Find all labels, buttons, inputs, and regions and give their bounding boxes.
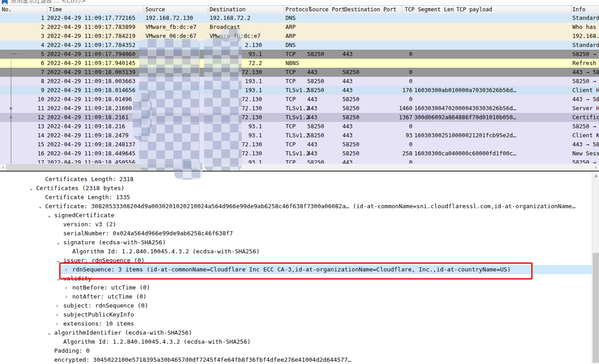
cell-info: Standard bbox=[572, 14, 599, 23]
detail-tree-item[interactable]: ›notBefore: utcTime (0) bbox=[0, 283, 592, 292]
collapse-arrow-icon[interactable]: › bbox=[65, 292, 67, 301]
detail-tree-item[interactable]: ⌄algorithmIdentifier (ecdsa-with-SHA256) bbox=[0, 328, 592, 337]
packet-row[interactable]: 52022-04-29 11:09:17.79406093.1TCP582504… bbox=[0, 50, 599, 59]
packet-row[interactable]: 42022-04-29 11:09:17.7843522.130DNSStand… bbox=[0, 41, 599, 50]
filter-bookmark-icon[interactable] bbox=[2, 0, 8, 5]
column-separator[interactable] bbox=[47, 6, 47, 14]
column-header-tcp-segment-len[interactable]: TCP Segment Len bbox=[405, 6, 454, 13]
cell-tcp-segment-len: 0 bbox=[382, 77, 412, 86]
cell-no: 6 bbox=[18, 59, 44, 68]
packet-row[interactable]: 62022-04-29 11:09:17.94014572.2NBNSRefre… bbox=[0, 59, 599, 68]
collapse-arrow-icon[interactable]: › bbox=[56, 310, 58, 319]
detail-tree-item[interactable]: serialNumber: 0x024a564d966e99de9ab6258c… bbox=[0, 229, 592, 238]
packet-row[interactable]: 122022-04-29 11:09:18.216172.130TLSv1.24… bbox=[0, 113, 599, 122]
collapse-arrow-icon[interactable]: › bbox=[65, 283, 67, 292]
packet-row[interactable]: 112022-04-29 11:09:18.2160072.130TLSv1.2… bbox=[0, 104, 599, 113]
detail-tree-item[interactable]: version: v3 (2) bbox=[0, 220, 592, 229]
packet-list-header: No.TimeSourceDestinationProtocolSource P… bbox=[0, 6, 599, 14]
column-header-time[interactable]: Time bbox=[49, 6, 62, 13]
display-filter-bar[interactable]: 应用显示过滤器 … <Ctrl-/> bbox=[0, 0, 599, 6]
display-filter-input[interactable]: 应用显示过滤器 … <Ctrl-/> bbox=[11, 0, 86, 5]
cell-time: 2022-04-29 11:09:17.940145 bbox=[47, 59, 136, 68]
column-separator[interactable] bbox=[284, 6, 284, 14]
column-header-destination-port[interactable]: Destination Port bbox=[344, 6, 397, 13]
expand-arrow-icon[interactable]: ⌄ bbox=[29, 184, 33, 193]
cell-info: 443 → 58 bbox=[572, 68, 599, 77]
detail-tree-item[interactable]: ⌄Certificate: 30820533308204d9a003020102… bbox=[0, 202, 592, 211]
detail-tree-item[interactable]: ›subjectPublicKeyInfo bbox=[0, 310, 592, 319]
cell-source-port: 443 bbox=[307, 104, 318, 113]
detail-vscrollbar[interactable]: ∧ bbox=[592, 172, 599, 364]
cell-tcp-segment-len: 176 bbox=[382, 86, 412, 95]
cell-time: 2022-04-29 11:09:17.772165 bbox=[47, 14, 136, 23]
detail-tree-item[interactable]: ⌄Certificates (2318 bytes) bbox=[0, 184, 592, 193]
column-separator[interactable] bbox=[306, 6, 307, 14]
detail-tree-item[interactable]: Algorithm Id: 1.2.840.10045.4.3.2 (ecdsa… bbox=[0, 247, 592, 256]
pane-splitter-line[interactable] bbox=[0, 171, 599, 172]
column-separator[interactable] bbox=[208, 6, 208, 14]
packet-list-hscrollbar[interactable]: ‹ › bbox=[0, 163, 599, 171]
collapse-arrow-icon[interactable]: › bbox=[56, 319, 58, 328]
detail-tree-item[interactable]: Certificate Length: 1335 bbox=[0, 193, 592, 202]
detail-tree-item[interactable]: Padding: 0 bbox=[0, 346, 592, 355]
detail-tree-label: Algorithm Id: 1.2.840.10045.4.3.2 (ecdsa… bbox=[72, 247, 260, 256]
cell-time: 2022-04-29 11:09:18.216 bbox=[47, 122, 125, 131]
cell-time: 2022-04-29 11:09:18.01496 bbox=[47, 95, 132, 104]
packet-row[interactable]: 72022-04-29 11:09:18.003139.72.130TCP443… bbox=[0, 68, 599, 77]
packet-row[interactable]: 82022-04-29 11:09:18.003663193.1TCP58250… bbox=[0, 77, 599, 86]
expand-arrow-icon[interactable]: ⌄ bbox=[47, 328, 51, 337]
detail-tree-item[interactable]: ›notAfter: utcTime (0) bbox=[0, 292, 592, 301]
detail-tree-item[interactable]: Certificates Length: 2318 bbox=[0, 175, 592, 184]
packet-row[interactable]: 12022-04-29 11:09:17.772165192.168.72.13… bbox=[0, 14, 599, 23]
column-separator[interactable] bbox=[571, 6, 571, 14]
detail-tree-item[interactable]: ›extensions: 10 items bbox=[0, 319, 592, 328]
detail-tree-item[interactable]: ⌄signature (ecdsa-with-SHA256) bbox=[0, 238, 592, 247]
detail-tree-item[interactable]: Algorithm Id: 1.2.840.10045.4.3.2 (ecdsa… bbox=[0, 337, 592, 346]
column-separator[interactable] bbox=[144, 6, 144, 14]
cell-protocol: ARP bbox=[285, 23, 296, 32]
cell-tcp-segment-len: 1367 bbox=[382, 113, 412, 122]
packet-row[interactable]: 102022-04-29 11:09:18.0149672.130TCP4435… bbox=[0, 95, 599, 104]
cell-protocol: DNS bbox=[285, 41, 296, 50]
expand-arrow-icon[interactable]: ⌄ bbox=[47, 211, 51, 220]
column-separator[interactable] bbox=[402, 6, 402, 14]
column-header-source-port[interactable]: Source Port bbox=[309, 6, 345, 13]
cell-no: 3 bbox=[18, 32, 44, 41]
packet-row[interactable]: 152022-04-29 11:09:18.24813772.130TCP443… bbox=[0, 140, 599, 149]
cell-tcp-payload: 160303002510000021201fcb95e2d… bbox=[414, 131, 516, 140]
cell-no: 13 bbox=[18, 122, 44, 131]
packet-row[interactable]: 162022-04-29 11:09:18.44964572.130TLSv1.… bbox=[0, 149, 599, 158]
column-header-protocol[interactable]: Protocol bbox=[285, 6, 312, 13]
column-separator[interactable] bbox=[454, 6, 454, 14]
cell-source-port: 443 bbox=[307, 113, 318, 122]
expand-arrow-icon[interactable]: ⌄ bbox=[56, 238, 61, 247]
packet-row[interactable]: 92022-04-29 11:09:18.014656193.1TLSv1.25… bbox=[0, 86, 599, 95]
cell-tcp-segment-len: 0 bbox=[382, 158, 412, 163]
detail-tree-item[interactable]: encrypted: 3045022100e5718395a30b4657d0d… bbox=[0, 355, 592, 364]
vscrollbar-thumb[interactable] bbox=[593, 253, 599, 363]
column-header-source[interactable]: Source bbox=[145, 6, 165, 13]
detail-tree-item[interactable]: ›subject: rdnSequence (0) bbox=[0, 301, 592, 310]
cell-tcp-segment-len: 0 bbox=[382, 95, 412, 104]
detail-tree-label: Padding: 0 bbox=[54, 346, 89, 355]
cell-tcp-segment-len: 258 bbox=[382, 149, 412, 158]
column-header-info[interactable]: Info bbox=[572, 6, 585, 13]
collapse-arrow-icon[interactable]: › bbox=[56, 301, 58, 310]
cell-time: 2022-04-29 11:09:18.450556 bbox=[47, 158, 136, 163]
packet-row[interactable]: 142022-04-29 11:09:18.247993.1TLSv1.2582… bbox=[0, 131, 599, 140]
packet-row[interactable]: 32022-04-29 11:09:17.784219VMware_06:de:… bbox=[0, 32, 599, 41]
column-separator[interactable] bbox=[342, 6, 342, 14]
packet-row[interactable]: 172022-04-29 11:09:18.45055693.1TCP58250… bbox=[0, 158, 599, 163]
packet-row[interactable]: 132022-04-29 11:09:18.21693.1TCP58250443… bbox=[0, 122, 599, 131]
column-header-tcp-payload[interactable]: TCP payload bbox=[456, 6, 492, 13]
column-header-destination[interactable]: Destination bbox=[210, 6, 245, 13]
scroll-up-icon[interactable]: ∧ bbox=[592, 173, 599, 178]
column-header-no-[interactable]: No. bbox=[2, 6, 12, 13]
cell-protocol: TCP bbox=[285, 68, 296, 77]
detail-tree-item[interactable]: ⌄signedCertificate bbox=[0, 211, 592, 220]
censor-mosaic-source bbox=[133, 93, 152, 140]
expand-arrow-icon[interactable]: ⌄ bbox=[38, 202, 42, 211]
scroll-left-icon[interactable]: ‹ bbox=[0, 164, 6, 171]
packet-row[interactable]: 22022-04-29 11:09:17.783899VMware_fb:dc:… bbox=[0, 23, 599, 32]
scroll-right-icon[interactable]: › bbox=[593, 164, 599, 171]
